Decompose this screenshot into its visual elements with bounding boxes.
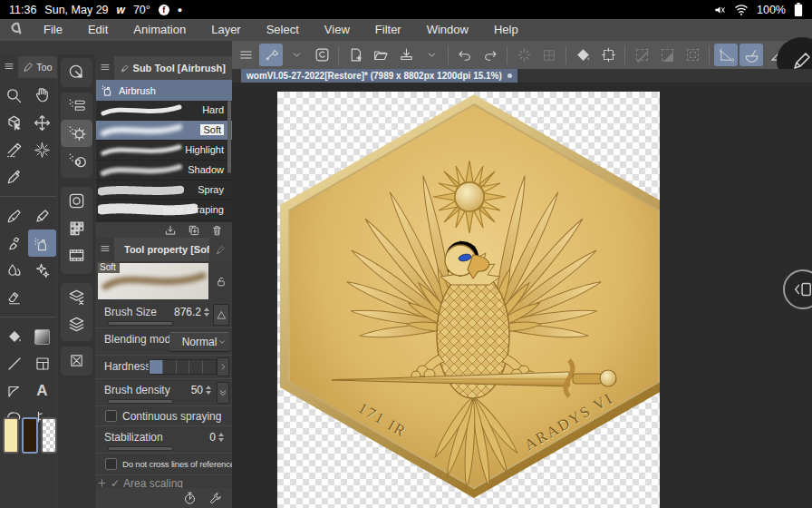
add-sub-tool-icon[interactable]: [188, 224, 200, 237]
fill-icon[interactable]: [571, 44, 594, 66]
menu-view[interactable]: View: [312, 19, 362, 41]
sub-tool-group-airbrush[interactable]: Airbrush: [96, 80, 232, 101]
hardness-expand-button[interactable]: [217, 357, 229, 376]
sub-tool-item-soft[interactable]: Soft: [96, 121, 232, 141]
brush-size-spinner[interactable]: [203, 308, 210, 317]
tool-decoration[interactable]: [28, 257, 56, 284]
save-export-icon[interactable]: [394, 44, 418, 66]
menu-edit[interactable]: Edit: [75, 19, 121, 41]
tool-pencil[interactable]: [28, 202, 56, 230]
tool-zoom[interactable]: [0, 82, 28, 109]
stabilization-spinner[interactable]: [218, 433, 225, 442]
brush-size-palette-icon[interactable]: [61, 147, 92, 174]
menu-layer[interactable]: Layer: [198, 19, 254, 41]
redo-icon[interactable]: [478, 44, 502, 66]
delete-sub-tool-icon[interactable]: [211, 224, 223, 237]
open-file-icon[interactable]: [369, 44, 392, 66]
sub-tool-menu-icon[interactable]: [96, 60, 114, 76]
transparent-color-swatch[interactable]: [41, 417, 57, 454]
layers-palette-icon[interactable]: [61, 310, 92, 337]
clip-studio-open-icon[interactable]: [310, 44, 334, 66]
blending-mode-dropdown[interactable]: Normal: [169, 332, 229, 352]
reset-defaults-icon[interactable]: [183, 492, 197, 505]
sub-tool-item-spray[interactable]: Spray: [96, 181, 232, 200]
document-page[interactable]: 171 IR 171 IR ARADYS VI ARADYS VI: [277, 92, 660, 508]
menu-filter[interactable]: Filter: [362, 19, 414, 41]
unlock-icon[interactable]: [216, 276, 227, 288]
tool-gradient[interactable]: [28, 323, 56, 350]
stabilization-value[interactable]: 0: [209, 431, 216, 444]
navigator-palette-icon[interactable]: [61, 187, 92, 214]
hardness-segments[interactable]: [149, 359, 217, 375]
menu-window[interactable]: Window: [414, 19, 481, 41]
tool-frame-border[interactable]: [28, 350, 56, 377]
quick-access-palette-icon[interactable]: [61, 58, 92, 85]
tool-palette-menu-icon[interactable]: [0, 59, 18, 75]
tool-move[interactable]: [28, 109, 56, 136]
canvas-viewport[interactable]: 171 IR 171 IR ARADYS VI ARADYS VI: [232, 83, 812, 508]
tool-hand[interactable]: [28, 82, 56, 109]
crop-canvas-icon[interactable]: [596, 44, 620, 66]
stabilization-slider[interactable]: [108, 446, 173, 451]
brush-density-spinner[interactable]: [205, 386, 212, 395]
tool-pen[interactable]: [0, 202, 28, 230]
snap-to-special-ruler-icon[interactable]: [740, 44, 763, 66]
timeline-palette-icon[interactable]: [61, 241, 92, 269]
tool-property-palette-icon[interactable]: [61, 120, 92, 147]
sub-tool-scrollbar[interactable]: [227, 101, 231, 173]
menu-file[interactable]: File: [31, 19, 75, 41]
save-dropdown-icon[interactable]: [420, 44, 443, 66]
brush-density-slider[interactable]: [108, 399, 173, 404]
continuous-spraying-checkbox[interactable]: [105, 410, 117, 422]
gesture-dropdown-icon[interactable]: [285, 44, 308, 66]
clip-studio-logo-icon[interactable]: [0, 21, 31, 40]
tool-marker[interactable]: [0, 230, 28, 257]
sub-tool-item-running-color-spray[interactable]: Running color spray: [96, 220, 232, 222]
tool-auto-select[interactable]: [28, 136, 56, 163]
tool-eyedropper[interactable]: [0, 163, 28, 190]
brush-density-value[interactable]: 50: [191, 384, 203, 396]
layer-property-palette-icon[interactable]: [61, 283, 92, 310]
tool-eraser[interactable]: [0, 284, 28, 311]
menu-select[interactable]: Select: [254, 19, 312, 41]
snap-to-ruler-icon[interactable]: [714, 44, 738, 66]
tool-figure[interactable]: [0, 350, 28, 377]
tool-airbrush[interactable]: [28, 230, 56, 257]
sub-tool-item-shadow[interactable]: Shadow: [96, 161, 232, 181]
tool-operation[interactable]: [0, 109, 28, 136]
document-tab[interactable]: womVI.05-27-2022[Restore]* (7989 x 8802p…: [241, 69, 517, 83]
brush-size-value[interactable]: 876.2: [174, 306, 201, 318]
sub-color-swatch[interactable]: [22, 417, 38, 454]
tool-fill[interactable]: [0, 323, 28, 350]
expand-palette-button[interactable]: [783, 269, 812, 309]
sub-tool-item-hard[interactable]: Hard: [96, 101, 232, 121]
brush-size-options-button[interactable]: [213, 304, 229, 326]
undo-icon[interactable]: [453, 44, 477, 66]
menu-animation[interactable]: Animation: [121, 19, 198, 41]
close-palette-icon[interactable]: [61, 347, 92, 374]
tab-tool-property[interactable]: Tool property [Sof: [114, 238, 209, 261]
tab-brush-detail[interactable]: [209, 238, 232, 261]
brush-density-expand-button[interactable]: [217, 382, 229, 404]
panel-resize-handle-icon[interactable]: [97, 478, 107, 488]
import-sub-tool-icon[interactable]: [164, 224, 177, 237]
tab-sub-tool[interactable]: Sub Tool [Airbrush]: [114, 56, 232, 80]
tool-blend[interactable]: [0, 257, 28, 284]
sub-tool-item-tone-scraping[interactable]: Tone scraping: [96, 200, 232, 220]
touch-gesture-icon[interactable]: [259, 44, 283, 66]
menu-help[interactable]: Help: [481, 19, 531, 41]
main-color-swatch[interactable]: [3, 417, 19, 454]
no-cross-reference-checkbox[interactable]: [105, 458, 117, 470]
sub-tool-item-highlight[interactable]: Highlight: [96, 141, 232, 161]
tool-polyline[interactable]: [0, 377, 28, 405]
tab-tool[interactable]: Too: [18, 56, 57, 78]
wrench-settings-icon[interactable]: [209, 492, 223, 505]
document-tab-close-icon[interactable]: [508, 73, 512, 78]
color-set-palette-icon[interactable]: [61, 214, 92, 241]
new-document-icon[interactable]: [343, 44, 367, 66]
tool-text[interactable]: A: [28, 377, 56, 405]
sub-tool-palette-icon[interactable]: [61, 93, 92, 120]
tool-selection[interactable]: [0, 136, 28, 163]
toolbar-menu-icon[interactable]: [234, 44, 257, 66]
brush-size-slider[interactable]: [108, 321, 173, 326]
